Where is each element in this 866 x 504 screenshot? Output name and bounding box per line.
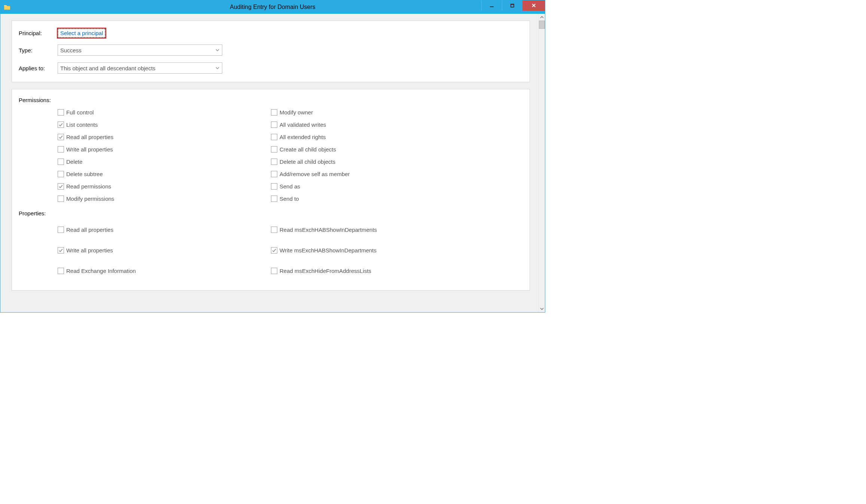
permission-item: Add/remove self as member <box>271 168 484 180</box>
titlebar: Auditing Entry for Domain Users ✕ <box>0 0 545 14</box>
property-item: Write all properties <box>58 240 271 261</box>
folder-icon <box>3 3 11 11</box>
panel-principal: Principal: Select a principal Type: Succ… <box>12 21 530 82</box>
permission-item: Create all child objects <box>271 143 484 156</box>
permission-item: Read permissions <box>58 180 271 193</box>
permission-checkbox[interactable] <box>271 183 277 190</box>
permission-checkbox[interactable] <box>58 171 64 177</box>
permission-checkbox[interactable] <box>271 134 277 140</box>
properties-grid: Read all propertiesWrite all propertiesR… <box>19 219 523 281</box>
permission-checkbox[interactable] <box>58 196 64 202</box>
row-principal: Principal: Select a principal <box>19 28 523 38</box>
property-checkbox[interactable] <box>58 268 64 274</box>
row-applies-to: Applies to: This object and all descenda… <box>19 62 523 74</box>
permission-label: Modify owner <box>280 109 313 116</box>
permission-item: Modify owner <box>271 106 484 119</box>
property-checkbox[interactable] <box>58 247 64 253</box>
scroll-thumb[interactable] <box>539 21 545 29</box>
property-label: Read msExchHideFromAddressLists <box>280 268 371 274</box>
properties-label: Properties: <box>19 210 523 216</box>
permission-label: Full control <box>66 109 94 116</box>
property-checkbox[interactable] <box>271 227 277 233</box>
permission-label: Write all properties <box>66 146 113 153</box>
permission-item: All extended rights <box>271 131 484 143</box>
label-applies-to: Applies to: <box>19 65 58 71</box>
scroll-up-button[interactable] <box>539 14 545 21</box>
permission-label: Read all properties <box>66 134 113 140</box>
permission-label: Modify permissions <box>66 196 114 202</box>
type-value: Success <box>60 47 82 53</box>
property-label: Read all properties <box>66 227 113 233</box>
permission-checkbox[interactable] <box>58 146 64 153</box>
type-dropdown[interactable]: Success <box>58 44 222 56</box>
close-icon: ✕ <box>531 2 536 9</box>
property-checkbox[interactable] <box>271 247 277 253</box>
permission-item: Delete <box>58 156 271 168</box>
permission-checkbox[interactable] <box>271 122 277 128</box>
scroll-down-button[interactable] <box>539 305 545 312</box>
permission-checkbox[interactable] <box>271 109 277 116</box>
permissions-label: Permissions: <box>19 97 523 103</box>
properties-col-right: Read msExchHABShowInDepartmentsWrite msE… <box>271 219 484 281</box>
property-label: Read Exchange Information <box>66 268 136 274</box>
permission-label: Delete all child objects <box>280 159 335 165</box>
permission-checkbox[interactable] <box>58 134 64 140</box>
permission-item: All validated writes <box>271 119 484 131</box>
permission-item: Modify permissions <box>58 193 271 205</box>
property-label: Write all properties <box>66 247 113 253</box>
chevron-down-icon <box>215 65 220 71</box>
applies-to-value: This object and all descendant objects <box>60 65 155 71</box>
property-label: Read msExchHABShowInDepartments <box>280 227 377 233</box>
permission-checkbox[interactable] <box>58 183 64 190</box>
chevron-down-icon <box>215 47 220 53</box>
property-item: Read Exchange Information <box>58 261 271 281</box>
permission-checkbox[interactable] <box>271 171 277 177</box>
client-area: Principal: Select a principal Type: Succ… <box>0 14 545 312</box>
property-checkbox[interactable] <box>58 227 64 233</box>
property-label: Write msExchHABShowInDepartments <box>280 247 376 253</box>
maximize-icon <box>510 4 514 7</box>
permission-label: Add/remove self as member <box>280 171 350 177</box>
permission-checkbox[interactable] <box>58 122 64 128</box>
vertical-scrollbar[interactable] <box>538 14 545 312</box>
permission-checkbox[interactable] <box>271 159 277 165</box>
permission-item: Read all properties <box>58 131 271 143</box>
minimize-icon <box>490 6 494 7</box>
permission-checkbox[interactable] <box>58 109 64 116</box>
select-principal-link[interactable]: Select a principal <box>58 28 106 38</box>
permission-label: List contents <box>66 122 98 128</box>
row-type: Type: Success <box>19 44 523 56</box>
window: Auditing Entry for Domain Users ✕ Princi… <box>0 0 545 313</box>
permission-label: Read permissions <box>66 183 111 190</box>
permission-item: List contents <box>58 119 271 131</box>
label-principal: Principal: <box>19 30 58 36</box>
window-title: Auditing Entry for Domain Users <box>230 4 315 10</box>
minimize-button[interactable] <box>481 0 502 11</box>
panel-permissions: Permissions: Full controlList contentsRe… <box>12 89 530 291</box>
close-button[interactable]: ✕ <box>522 0 545 11</box>
permission-label: Send to <box>280 196 299 202</box>
properties-col-left: Read all propertiesWrite all propertiesR… <box>58 219 271 281</box>
permission-label: All validated writes <box>280 122 326 128</box>
permission-label: Create all child objects <box>280 146 336 153</box>
property-item: Read all properties <box>58 219 271 240</box>
window-controls: ✕ <box>481 0 545 14</box>
permission-label: Delete <box>66 159 82 165</box>
permission-label: Delete subtree <box>66 171 103 177</box>
property-checkbox[interactable] <box>271 268 277 274</box>
label-type: Type: <box>19 47 58 53</box>
property-item: Read msExchHABShowInDepartments <box>271 219 484 240</box>
permission-checkbox[interactable] <box>271 196 277 202</box>
permission-item: Write all properties <box>58 143 271 156</box>
applies-to-dropdown[interactable]: This object and all descendant objects <box>58 62 222 74</box>
permission-checkbox[interactable] <box>271 146 277 153</box>
permission-label: Send as <box>280 183 300 190</box>
content: Principal: Select a principal Type: Succ… <box>0 14 538 312</box>
property-item: Read msExchHideFromAddressLists <box>271 261 484 281</box>
permission-checkbox[interactable] <box>58 159 64 165</box>
maximize-button[interactable] <box>502 0 522 11</box>
permission-item: Send to <box>271 193 484 205</box>
property-item: Write msExchHABShowInDepartments <box>271 240 484 261</box>
permissions-col-right: Modify ownerAll validated writesAll exte… <box>271 106 484 205</box>
permission-item: Delete subtree <box>58 168 271 180</box>
